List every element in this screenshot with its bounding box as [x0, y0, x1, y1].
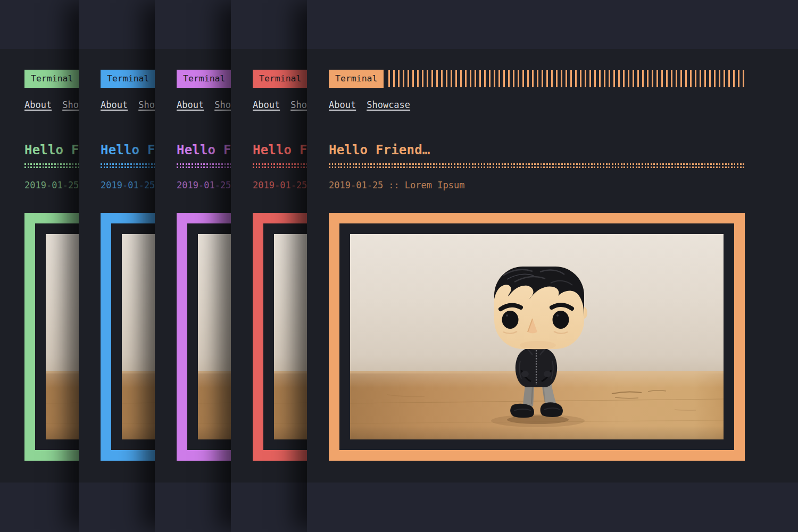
site-menu: About Showcase [329, 99, 410, 110]
nav-showcase[interactable]: Showcase [367, 99, 410, 110]
nav-about[interactable]: About [177, 99, 204, 110]
meta-separator: :: [388, 180, 399, 190]
nav-about[interactable]: About [24, 99, 52, 110]
post-date: 2019-01-25 [177, 180, 231, 190]
post-category: Lorem Ipsum [405, 180, 465, 190]
theme-panel-orange: Terminal About Showcase Hello Friend… 20… [307, 0, 798, 532]
funko-figure-photo [350, 234, 724, 439]
nav-about[interactable]: About [101, 99, 128, 110]
terminal-logo[interactable]: Terminal [24, 70, 79, 88]
terminal-logo[interactable]: Terminal [177, 70, 231, 88]
post-date: 2019-01-25 [253, 180, 307, 190]
terminal-logo[interactable]: Terminal [329, 70, 384, 88]
post-meta: 2019-01-25 :: Lorem Ipsum [329, 180, 464, 190]
terminal-logo[interactable]: Terminal [101, 70, 155, 88]
theme-showcase-montage: Terminal About Showcase Hello Friend… 20… [0, 0, 798, 532]
logo-decoration-bars [388, 70, 745, 87]
post-date: 2019-01-25 [329, 180, 383, 190]
nav-about[interactable]: About [253, 99, 280, 110]
post-date: 2019-01-25 [24, 180, 79, 190]
post-title[interactable]: Hello Friend… [329, 143, 430, 157]
terminal-logo[interactable]: Terminal [253, 70, 307, 88]
post-date: 2019-01-25 [101, 180, 155, 190]
nav-about[interactable]: About [329, 99, 356, 110]
site-header: Terminal [329, 70, 745, 88]
post-image-frame [329, 213, 745, 461]
dotted-divider [329, 163, 745, 170]
